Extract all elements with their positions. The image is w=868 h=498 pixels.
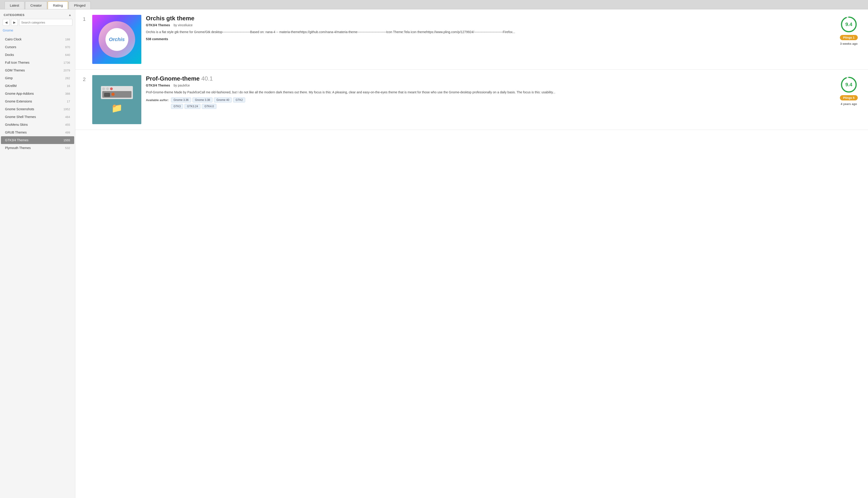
sidebar-item-gnome-shell-themes[interactable]: Gnome Shell Themes 484 — [1, 113, 74, 121]
product-meta-orchis: GTK3/4 Themes by vinceliuice — [146, 23, 831, 27]
win-btn-grey2 — [106, 88, 109, 90]
window-title-bar — [102, 88, 131, 90]
tab-latest[interactable]: Latest — [4, 1, 24, 9]
product-desc-prof-gnome: Prof-Gnome-theme Made by PaulxfceCall me… — [146, 90, 831, 95]
sidebar-item-cursors[interactable]: Cursors 970 — [1, 43, 74, 51]
product-meta-prof-gnome: GTK3/4 Themes by paulxfce — [146, 83, 831, 87]
product-item-orchis: 1 Orchis Orchis gtk theme GTK3/4 Themes … — [75, 9, 868, 70]
tab-plinged[interactable]: Plinged — [69, 1, 91, 9]
gnome-filter-tag[interactable]: Gnome — [3, 28, 73, 32]
product-title-prof-gnome[interactable]: Prof-Gnome-theme 40.1 — [146, 75, 831, 82]
available-for-row2: GTK3 GTK3.24 GTK4.0 — [171, 104, 831, 109]
sidebar-item-gdm-themes[interactable]: GDM Themes 2079 — [1, 66, 74, 74]
time-ago-prof-gnome: 4 years ago — [841, 102, 857, 106]
product-desc-orchis: Orchis is a flat style gtk theme for Gno… — [146, 30, 831, 35]
sidebar-item-gkrellm[interactable]: GKrellM 16 — [1, 82, 74, 90]
product-info-orchis: Orchis gtk theme GTK3/4 Themes by vincel… — [146, 15, 831, 43]
time-ago-orchis: 3 weeks ago — [840, 42, 858, 45]
sidebar-item-docks[interactable]: Docks 640 — [1, 51, 74, 58]
sidebar-item-cairo-clock[interactable]: Cairo Clock 188 — [1, 35, 74, 43]
win-btn-grey1 — [102, 88, 105, 90]
plings-badge-orchis[interactable]: Plings 1 — [840, 35, 858, 40]
back-button[interactable]: ◀ — [3, 19, 10, 26]
categories-title: CATEGORIES — [4, 13, 25, 17]
rating-circle-prof-gnome: 9.4 — [840, 76, 857, 93]
plings-badge-prof-gnome[interactable]: Plings 5 — [840, 95, 858, 101]
sidebar: CATEGORIES ▲ ◀ ▶ Gnome Cairo Clock 188 C… — [0, 9, 75, 498]
sidebar-item-gnome-app-addons[interactable]: Gnome App-Addons 388 — [1, 90, 74, 97]
win-btn-red — [110, 88, 113, 90]
tab-rating[interactable]: Rating — [48, 1, 68, 9]
forward-button[interactable]: ▶ — [11, 19, 18, 26]
chevron-up-icon[interactable]: ▲ — [68, 13, 72, 17]
rating-value-prof-gnome: 9.4 — [845, 82, 853, 88]
folder-icon: 📁 — [111, 103, 122, 114]
rating-area-prof-gnome: 9.4 Plings 5 4 years ago — [835, 75, 863, 106]
win-row2: ··· — [102, 91, 131, 98]
product-thumbnail-prof-gnome[interactable]: ··· 📁 — [92, 75, 141, 124]
sidebar-item-plymouth-themes[interactable]: Plymouth Themes 532 — [1, 144, 74, 152]
tab-bar: Latest Creator Rating Plinged — [0, 0, 868, 9]
win-controls: ··· — [104, 93, 110, 97]
available-for-row1: Available as/for: Gnome 3.36 Gnome 3.38 … — [146, 97, 831, 103]
tag-gtk3[interactable]: GTK3 — [171, 104, 183, 109]
orange-dot-icon — [112, 93, 115, 96]
product-thumbnail-orchis[interactable]: Orchis — [92, 15, 141, 64]
product-comments-orchis[interactable]: 538 comments — [146, 37, 831, 41]
sidebar-item-gnomenu-skins[interactable]: GnoMenu Skins 455 — [1, 121, 74, 129]
rank-1: 1 — [81, 15, 88, 22]
rank-2: 2 — [81, 75, 88, 82]
sidebar-item-gtk34-themes[interactable]: GTK3/4 Themes 1555 — [1, 136, 74, 144]
orchis-logo-text: Orchis — [109, 37, 125, 42]
sidebar-item-full-icon-themes[interactable]: Full Icon Themes 1736 — [1, 58, 74, 66]
tag-gtk324[interactable]: GTK3.24 — [184, 104, 200, 109]
rating-circle-orchis: 9.4 — [840, 16, 857, 33]
content-area: 1 Orchis Orchis gtk theme GTK3/4 Themes … — [75, 9, 868, 498]
tag-gtk2[interactable]: GTK2 — [233, 97, 245, 103]
product-info-prof-gnome: Prof-Gnome-theme 40.1 GTK3/4 Themes by p… — [146, 75, 831, 110]
tag-gtk40[interactable]: GTK4.0 — [202, 104, 216, 109]
tag-gnome336[interactable]: Gnome 3.36 — [171, 97, 191, 103]
nav-controls: ◀ ▶ — [0, 19, 75, 28]
product-title-orchis[interactable]: Orchis gtk theme — [146, 15, 831, 22]
sidebar-item-gnome-extensions[interactable]: Gnome Extensions 17 — [1, 97, 74, 105]
categories-header: CATEGORIES ▲ — [0, 9, 75, 19]
tag-gnome338[interactable]: Gnome 3.38 — [193, 97, 212, 103]
category-list: Cairo Clock 188 Cursors 970 Docks 640 Fu… — [0, 35, 75, 152]
product-item-prof-gnome: 2 ··· 📁 — [75, 70, 868, 130]
main-layout: CATEGORIES ▲ ◀ ▶ Gnome Cairo Clock 188 C… — [0, 9, 868, 498]
tab-creator[interactable]: Creator — [25, 1, 47, 9]
rating-value-orchis: 9.4 — [845, 22, 853, 27]
search-categories-input[interactable] — [19, 19, 73, 26]
sidebar-item-gnome-screenshots[interactable]: Gnome Screenshots 1952 — [1, 105, 74, 113]
sidebar-item-grub-themes[interactable]: GRUB Themes 499 — [1, 129, 74, 136]
sidebar-item-gimp[interactable]: Gimp 282 — [1, 74, 74, 82]
rating-area-orchis: 9.4 Plings 1 3 weeks ago — [835, 15, 863, 45]
dots-icon: ··· — [105, 94, 109, 96]
tag-gnome40[interactable]: Gnome 40 — [214, 97, 232, 103]
window-mockup: ··· — [101, 86, 133, 99]
